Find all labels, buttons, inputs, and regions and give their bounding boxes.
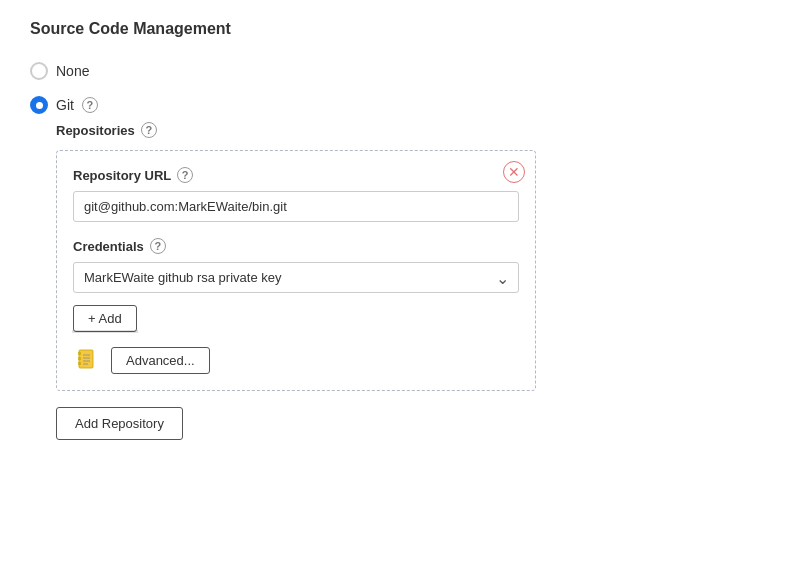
add-repository-button[interactable]: Add Repository	[56, 407, 183, 440]
repository-card: ✕ Repository URL ? Credentials ? MarkEWa…	[56, 150, 536, 391]
credentials-select-wrapper: MarkEWaite github rsa private key ⌄	[73, 262, 519, 293]
add-credential-button[interactable]: + Add	[73, 305, 137, 332]
credentials-section: Credentials ? MarkEWaite github rsa priv…	[73, 238, 519, 332]
none-radio[interactable]	[30, 62, 48, 80]
none-label: None	[56, 63, 89, 79]
repositories-label: Repositories ?	[56, 122, 768, 138]
svg-rect-3	[78, 362, 81, 365]
credentials-select[interactable]: MarkEWaite github rsa private key	[73, 262, 519, 293]
credentials-label: Credentials ?	[73, 238, 519, 254]
advanced-button[interactable]: Advanced...	[111, 347, 210, 374]
repositories-section: Repositories ? ✕ Repository URL ? Creden…	[56, 122, 768, 440]
source-options: None Git ? Repositories ? ✕ Repository U…	[30, 62, 768, 440]
git-option-row: Git ? Repositories ? ✕ Repository URL ? …	[30, 96, 768, 440]
git-radio[interactable]	[30, 96, 48, 114]
svg-rect-2	[78, 357, 81, 360]
credentials-help-icon[interactable]: ?	[150, 238, 166, 254]
repo-url-label: Repository URL ?	[73, 167, 519, 183]
repo-url-help-icon[interactable]: ?	[177, 167, 193, 183]
page-title: Source Code Management	[30, 20, 768, 38]
repo-url-input[interactable]	[73, 191, 519, 222]
git-option[interactable]: Git ?	[30, 96, 768, 114]
remove-repo-button[interactable]: ✕	[503, 161, 525, 183]
svg-rect-0	[79, 350, 93, 368]
git-label: Git	[56, 97, 74, 113]
repositories-help-icon[interactable]: ?	[141, 122, 157, 138]
git-help-icon[interactable]: ?	[82, 97, 98, 113]
notebook-icon	[73, 346, 101, 374]
none-option[interactable]: None	[30, 62, 768, 80]
svg-rect-1	[78, 352, 81, 355]
advanced-section: Advanced...	[73, 346, 519, 374]
